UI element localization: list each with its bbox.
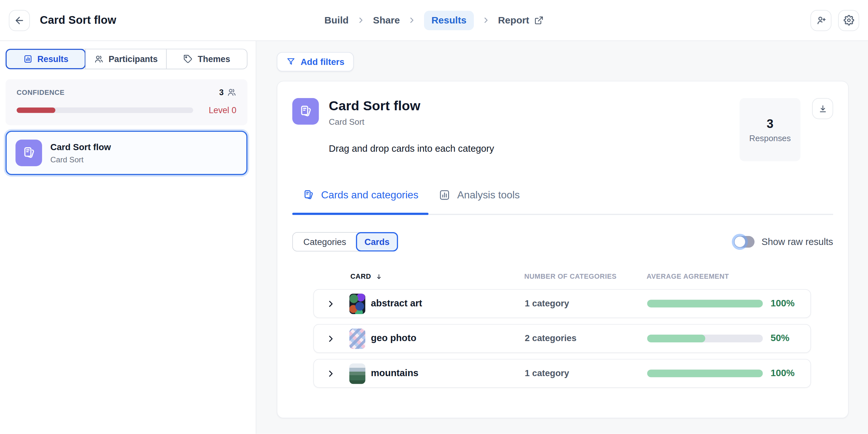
confidence-card: CONFIDENCE 3 Level 0 [5, 79, 247, 125]
table-header: CARD NUMBER OF CATEGORIES AVERAGE AGREEM… [313, 272, 811, 280]
agreement-bar-fill [647, 300, 763, 307]
column-label: CARD [350, 272, 371, 280]
table-row-abstract-art[interactable]: abstract art 1 category 100% [313, 289, 811, 318]
confidence-participant-count: 3 [219, 88, 224, 97]
expand-chevron-icon[interactable] [326, 299, 335, 308]
sidebar-tab-participants[interactable]: Participants [85, 49, 166, 68]
toggle-label: Show raw results [761, 236, 833, 247]
table-row-geo-photo[interactable]: geo photo 2 categories 50% [313, 324, 811, 353]
card-sort-icon [292, 98, 319, 125]
confidence-label: CONFIDENCE [17, 88, 65, 96]
card-name: geo photo [371, 333, 417, 344]
download-icon [818, 104, 827, 113]
breadcrumb: Build Share Results Report [324, 10, 544, 30]
raw-results-toggle-group: Show raw results [734, 236, 833, 248]
toggle-knob [734, 237, 745, 247]
people-icon [227, 87, 237, 97]
tag-icon [183, 54, 193, 64]
page-title: Card Sort flow [40, 14, 116, 27]
expand-chevron-icon[interactable] [326, 369, 335, 378]
breadcrumb-results[interactable]: Results [424, 10, 474, 30]
expand-chevron-icon[interactable] [326, 334, 335, 343]
chevron-right-icon [482, 16, 491, 25]
settings-button[interactable] [838, 10, 859, 31]
card-thumbnail [349, 293, 365, 314]
agreement-percent: 50% [771, 333, 789, 344]
sidebar-flow-card-selected[interactable]: Card Sort flow Card Sort [5, 131, 247, 175]
tab-cards-and-categories[interactable]: Cards and categories [302, 189, 418, 214]
tab-analysis-tools[interactable]: Analysis tools [438, 189, 520, 214]
breadcrumb-share[interactable]: Share [373, 15, 400, 26]
header-actions [810, 10, 859, 31]
sidebar-tab-results[interactable]: Results [5, 49, 86, 69]
bar-chart-icon [23, 54, 32, 64]
cards-icon [302, 189, 314, 201]
flow-card-title: Card Sort flow [51, 142, 111, 152]
app-window: Card Sort flow Build Share Results Repor… [0, 0, 868, 434]
breadcrumb-report-label: Report [498, 15, 529, 26]
table-controls: Categories Cards Show raw results [292, 232, 833, 252]
app-body: Results Participants Themes CON [0, 41, 868, 434]
view-switch-cards[interactable]: Cards [356, 232, 398, 252]
table-row-mountains[interactable]: mountains 1 category 100% [313, 359, 811, 388]
responses-summary: 3 Responses [740, 98, 801, 161]
column-header-agreement: AVERAGE AGREEMENT [647, 272, 811, 280]
gear-icon [843, 15, 854, 26]
results-card: Card Sort flow Card Sort Drag and drop c… [277, 81, 849, 418]
breadcrumb-report[interactable]: Report [498, 15, 544, 26]
card-categories-count: 1 category [525, 369, 647, 378]
agreement-bar-fill [647, 335, 705, 342]
tab-label: Cards and categories [321, 189, 418, 201]
sidebar-tab-label: Themes [198, 54, 230, 64]
card-categories-count: 2 categories [525, 334, 647, 343]
test-title: Card Sort flow [329, 98, 494, 114]
breadcrumb-build[interactable]: Build [324, 15, 348, 26]
confidence-level-label: Level 0 [209, 105, 237, 115]
agreement-percent: 100% [771, 368, 795, 379]
card-name: mountains [371, 368, 418, 379]
person-add-icon [816, 15, 826, 26]
view-switch: Categories Cards [292, 232, 398, 252]
sort-descending-icon [375, 273, 382, 280]
invite-user-button[interactable] [810, 10, 831, 31]
card-categories-count: 1 category [525, 299, 647, 309]
confidence-progress-track [17, 107, 193, 113]
sidebar-tab-label: Results [37, 54, 68, 64]
external-link-icon [534, 16, 544, 25]
card-sort-icon [16, 140, 42, 166]
confidence-progress-fill [17, 107, 56, 113]
agreement-percent: 100% [771, 298, 795, 309]
top-header: Card Sort flow Build Share Results Repor… [0, 0, 868, 41]
test-subtitle: Card Sort [329, 117, 494, 126]
main-content: Add filters Card Sort flow Card Sort Dra… [256, 41, 868, 434]
cards-table: CARD NUMBER OF CATEGORIES AVERAGE AGREEM… [313, 272, 811, 388]
card-thumbnail [349, 328, 365, 349]
chevron-right-icon [408, 16, 417, 25]
agreement-bar-track [647, 300, 763, 307]
back-arrow-icon [14, 15, 25, 26]
sidebar-tab-label: Participants [108, 54, 158, 64]
sidebar-tabs: Results Participants Themes [5, 49, 247, 69]
show-raw-results-toggle[interactable] [734, 236, 754, 248]
test-header: Card Sort flow Card Sort Drag and drop c… [292, 98, 833, 161]
results-tabs: Cards and categories Analysis tools [292, 189, 833, 215]
chevron-right-icon [356, 16, 365, 25]
card-thumbnail [349, 363, 365, 384]
tab-label: Analysis tools [457, 189, 520, 201]
back-button[interactable] [9, 10, 30, 31]
add-filters-button[interactable]: Add filters [277, 52, 354, 71]
test-description: Drag and drop cards into each category [329, 143, 494, 154]
sidebar-tab-themes[interactable]: Themes [166, 49, 247, 68]
view-switch-categories[interactable]: Categories [293, 233, 357, 251]
agreement-bar-fill [647, 369, 763, 377]
column-header-card[interactable]: CARD [313, 272, 524, 280]
column-header-categories: NUMBER OF CATEGORIES [524, 272, 647, 280]
sidebar: Results Participants Themes CON [0, 41, 256, 434]
test-header-text: Card Sort flow Card Sort Drag and drop c… [329, 98, 494, 155]
card-name: abstract art [371, 298, 423, 309]
agreement-bar-track [647, 335, 763, 342]
agreement-bar-track [647, 369, 763, 377]
flow-card-subtitle: Card Sort [51, 155, 111, 164]
people-icon [94, 54, 103, 64]
download-button[interactable] [812, 98, 833, 119]
